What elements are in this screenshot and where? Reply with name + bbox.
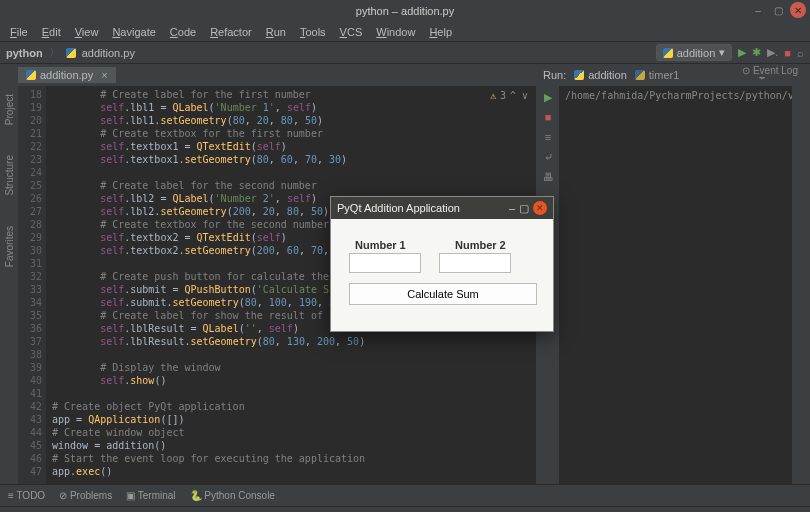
bottom-tab-terminal[interactable]: ▣ Terminal (126, 490, 175, 501)
window-close-button[interactable]: ✕ (790, 2, 806, 18)
bottom-tab-todo[interactable]: ≡ TODO (8, 490, 45, 501)
editor-tab-row: addition.py × (18, 64, 536, 86)
input-number-2[interactable] (439, 253, 511, 273)
window-minimize-button[interactable]: – (750, 2, 766, 18)
input-number-1[interactable] (349, 253, 421, 273)
menu-vcs[interactable]: VCS (334, 24, 369, 40)
pyqt-close-icon[interactable]: ✕ (533, 201, 547, 215)
navigation-bar: python 〉 addition.py addition ▾ ▶ ✱ ▶. ■… (0, 42, 810, 64)
run-tool-window: Run: addition timer1 ⚙ — ▶ ■ ≡ ⤶ 🖶 /home… (536, 64, 792, 484)
menu-help[interactable]: Help (423, 24, 458, 40)
chevron-down-icon: ▾ (719, 46, 725, 59)
stop-button-icon[interactable]: ■ (784, 47, 791, 59)
bottom-tool-bar: ≡ TODO⊘ Problems▣ Terminal🐍 Python Conso… (0, 484, 810, 506)
print-icon[interactable]: 🖶 (541, 170, 555, 184)
breadcrumb-file[interactable]: addition.py (82, 47, 135, 59)
stop-process-icon[interactable]: ■ (541, 110, 555, 124)
run-config-icon (663, 48, 673, 58)
run-button-icon[interactable]: ▶ (738, 46, 746, 59)
run-config-selector[interactable]: addition ▾ (656, 44, 733, 61)
rerun-icon[interactable]: ▶ (541, 90, 555, 104)
calculate-sum-button[interactable]: Calculate Sum (349, 283, 537, 305)
tool-tab-project[interactable]: Project (4, 94, 15, 125)
run-label: Run: (543, 69, 566, 81)
editor-gutter: 1819202122232425262728293031323334353637… (18, 86, 46, 484)
breadcrumb-root[interactable]: python (6, 47, 43, 59)
event-log-button[interactable]: ⊙ Event Log (736, 64, 804, 77)
debug-button-icon[interactable]: ✱ (752, 46, 761, 59)
bottom-tab-problems[interactable]: ⊘ Problems (59, 490, 112, 501)
window-titlebar: python – addition.py – ▢ ✕ (0, 0, 810, 22)
window-title: python – addition.py (356, 5, 454, 17)
python-file-icon (66, 48, 76, 58)
bottom-tab-python-console[interactable]: 🐍 Python Console (190, 490, 275, 501)
editor-tab-addition[interactable]: addition.py × (18, 67, 116, 83)
python-file-icon (26, 70, 36, 80)
pyqt-maximize-icon[interactable]: ▢ (519, 202, 529, 215)
tool-tab-favorites[interactable]: Favorites (4, 226, 15, 267)
menu-window[interactable]: Window (370, 24, 421, 40)
run-layout-icon[interactable]: ≡ (541, 130, 555, 144)
label-number-1: Number 1 (355, 239, 425, 251)
menu-navigate[interactable]: Navigate (106, 24, 161, 40)
close-tab-icon[interactable]: × (101, 69, 107, 81)
menubar: FileEditViewNavigateCodeRefactorRunTools… (0, 22, 810, 42)
soft-wrap-icon[interactable]: ⤶ (541, 150, 555, 164)
run-more-icon[interactable]: ▶. (767, 46, 778, 59)
menu-file[interactable]: File (4, 24, 34, 40)
menu-refactor[interactable]: Refactor (204, 24, 258, 40)
search-everywhere-icon[interactable]: ⌕ (797, 47, 804, 59)
editor-tab-label: addition.py (40, 69, 93, 81)
menu-run[interactable]: Run (260, 24, 292, 40)
menu-view[interactable]: View (69, 24, 105, 40)
window-maximize-button[interactable]: ▢ (770, 2, 786, 18)
menu-code[interactable]: Code (164, 24, 202, 40)
pyqt-window-title: PyQt Addition Application (337, 202, 460, 214)
run-config-label: addition (677, 47, 716, 59)
status-bar: 46:1 LF UTF-8 4 spaces Python 3.8 (pytho… (0, 506, 810, 512)
inspection-badge[interactable]: ⚠3^ ∨ (490, 90, 528, 101)
left-tool-strip: ProjectStructureFavorites (0, 64, 18, 484)
pyqt-minimize-icon[interactable]: – (509, 202, 515, 214)
pyqt-app-window: PyQt Addition Application – ▢ ✕ Number 1… (330, 196, 554, 332)
menu-edit[interactable]: Edit (36, 24, 67, 40)
pyqt-titlebar[interactable]: PyQt Addition Application – ▢ ✕ (331, 197, 553, 219)
run-tab-addition[interactable]: addition (574, 69, 627, 81)
menu-tools[interactable]: Tools (294, 24, 332, 40)
label-number-2: Number 2 (455, 239, 525, 251)
run-output[interactable]: /home/fahmida/PycharmProjects/python/ven… (559, 86, 792, 484)
right-tool-strip (792, 64, 810, 484)
tool-tab-structure[interactable]: Structure (4, 155, 15, 196)
run-tab-timer1[interactable]: timer1 (635, 69, 680, 81)
